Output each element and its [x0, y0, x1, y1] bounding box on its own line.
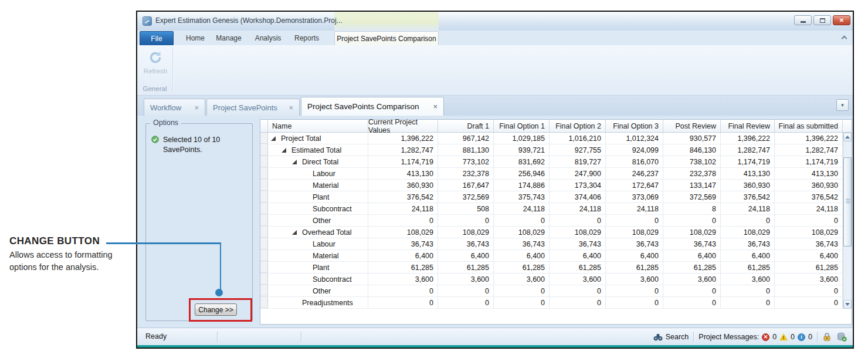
maximize-button[interactable]: [813, 15, 831, 25]
cell-value: 0: [606, 297, 663, 308]
close-button[interactable]: ✕: [833, 15, 850, 25]
table-row[interactable]: Subcontract24,11850824,11824,11824,11882…: [260, 203, 852, 215]
cell-value: 246,237: [606, 168, 663, 179]
scroll-up-button[interactable]: [843, 133, 852, 141]
table-row[interactable]: Direct Total1,174,719773,102831,692819,7…: [260, 156, 852, 168]
scroll-down-button[interactable]: [843, 300, 852, 309]
ribbon-tab-home[interactable]: Home: [182, 31, 209, 45]
cell-value: 108,029: [368, 227, 438, 238]
doc-tab-workflow[interactable]: Workflow ×: [144, 99, 205, 116]
table-row[interactable]: Plant61,28561,28561,28561,28561,28561,28…: [260, 262, 852, 274]
search-button[interactable]: Search: [653, 333, 689, 341]
ribbon-tab-reports[interactable]: Reports: [291, 31, 323, 45]
ribbon-tab-savepoints-comparison[interactable]: Project SavePoints Comparison: [334, 31, 439, 45]
vertical-scrollbar[interactable]: [843, 133, 852, 309]
row-name: Labour: [313, 170, 335, 178]
column-header[interactable]: Final Option 2: [550, 120, 606, 132]
column-header[interactable]: Final Option 1: [494, 120, 550, 132]
column-header[interactable]: Draft 1: [438, 120, 494, 132]
cell-value: 0: [663, 285, 721, 296]
cell-value: 61,285: [438, 262, 494, 273]
error-icon[interactable]: ✕: [762, 333, 769, 341]
doc-tab-savepoints-comparison[interactable]: Project SavePoints Comparison ×: [301, 97, 444, 116]
minimize-button[interactable]: [794, 15, 812, 25]
permissions-lock-icon[interactable]: [822, 332, 832, 342]
ribbon-tab-bar: File Home Manage Analysis Reports Projec…: [137, 31, 853, 45]
cell-value: 133,147: [663, 180, 721, 191]
column-header[interactable]: Final Option 3: [606, 120, 663, 132]
warning-icon[interactable]: !: [779, 333, 788, 340]
database-status-icon[interactable]: [837, 332, 847, 342]
column-header[interactable]: Final as submitted: [775, 120, 843, 132]
table-row[interactable]: Material360,930167,647174,886173,304172,…: [260, 180, 852, 191]
row-indicator: [260, 144, 268, 156]
cell-value: 1,174,719: [721, 156, 775, 167]
scrollbar-thumb[interactable]: [843, 157, 852, 247]
minimize-icon: [801, 21, 806, 23]
row-name: Overhead Total: [302, 228, 352, 237]
cell-value: 256,946: [494, 168, 550, 179]
table-row[interactable]: Preadjustments00000000: [260, 297, 852, 309]
cell-value: 1,396,222: [775, 133, 843, 144]
row-name-cell: Subcontract: [268, 274, 368, 285]
expander-icon[interactable]: [292, 160, 297, 164]
cell-value: 0: [606, 285, 663, 296]
comparison-table: Name Current Project Values Draft 1 Fina…: [260, 119, 852, 325]
column-header[interactable]: Post Review: [663, 120, 721, 132]
refresh-button[interactable]: Refresh: [142, 48, 169, 84]
doc-tab-project-savepoints[interactable]: Project SavePoints ×: [206, 99, 300, 116]
ribbon-tab-file[interactable]: File: [140, 31, 174, 45]
cell-value: 36,743: [721, 238, 775, 249]
check-circle-icon: [151, 136, 159, 143]
ribbon-tab-manage[interactable]: Manage: [212, 31, 245, 45]
tab-close-icon[interactable]: ×: [188, 103, 199, 112]
table-row[interactable]: Plant376,542372,569375,743374,406373,069…: [260, 191, 852, 203]
options-panel-title: Options: [150, 119, 181, 127]
tab-close-icon[interactable]: ×: [283, 103, 293, 112]
column-header[interactable]: Current Project Values: [368, 120, 438, 132]
row-indicator: [260, 238, 268, 249]
table-row[interactable]: Overhead Total108,029108,029108,029108,0…: [260, 227, 852, 238]
cell-value: 0: [721, 215, 775, 226]
table-row[interactable]: Labour413,130232,378256,946247,900246,23…: [260, 168, 852, 180]
cell-value: 6,400: [550, 250, 606, 261]
row-name: Other: [313, 287, 331, 295]
table-row[interactable]: Other00000000: [260, 215, 852, 227]
collapse-ribbon-icon[interactable]: [842, 35, 848, 41]
table-row[interactable]: Project Total1,396,222967,1421,029,1851,…: [260, 133, 852, 144]
ribbon-tab-analysis[interactable]: Analysis: [251, 31, 285, 45]
cell-value: 0: [721, 297, 775, 308]
cell-value: 3,600: [606, 274, 663, 285]
cell-value: 0: [550, 297, 606, 308]
expander-icon[interactable]: [282, 148, 286, 153]
close-icon: ✕: [839, 17, 844, 23]
row-name: Estimated Total: [291, 146, 341, 154]
cell-value: 927,755: [550, 144, 606, 156]
expander-icon[interactable]: [271, 136, 276, 141]
chevron-down-icon: ▾: [841, 102, 844, 108]
column-header[interactable]: Final Review: [721, 120, 775, 132]
cell-value: 831,692: [494, 156, 550, 167]
expander-icon[interactable]: [292, 230, 297, 235]
row-name-cell: Other: [268, 285, 368, 296]
column-header-name[interactable]: Name: [268, 120, 368, 132]
info-icon[interactable]: i: [798, 333, 805, 341]
window-title: Expert Estimation Genesis (Workshop.Demo…: [155, 16, 343, 25]
tab-close-icon[interactable]: ×: [427, 102, 438, 111]
table-row[interactable]: Labour36,74336,74336,74336,74336,74336,7…: [260, 238, 852, 250]
table-row[interactable]: Estimated Total1,282,747881,130939,72192…: [260, 144, 852, 156]
table-row[interactable]: Material6,4006,4006,4006,4006,4006,4006,…: [260, 250, 852, 262]
row-name-cell: Material: [268, 250, 368, 261]
cell-value: 738,102: [663, 156, 721, 167]
cell-value: 36,743: [663, 238, 721, 249]
tab-list-dropdown-button[interactable]: ▾: [836, 99, 849, 111]
cell-value: 24,118: [368, 203, 438, 214]
table-row[interactable]: Subcontract3,6003,6003,6003,6003,6003,60…: [260, 274, 852, 285]
row-indicator: [260, 133, 268, 144]
row-name: Direct Total: [302, 158, 338, 166]
table-row[interactable]: Other00000000: [260, 285, 852, 297]
row-name-cell: Preadjustments: [268, 297, 368, 308]
cell-value: 0: [368, 285, 438, 296]
cell-value: 8: [663, 203, 721, 214]
cell-value: 376,542: [775, 191, 843, 203]
